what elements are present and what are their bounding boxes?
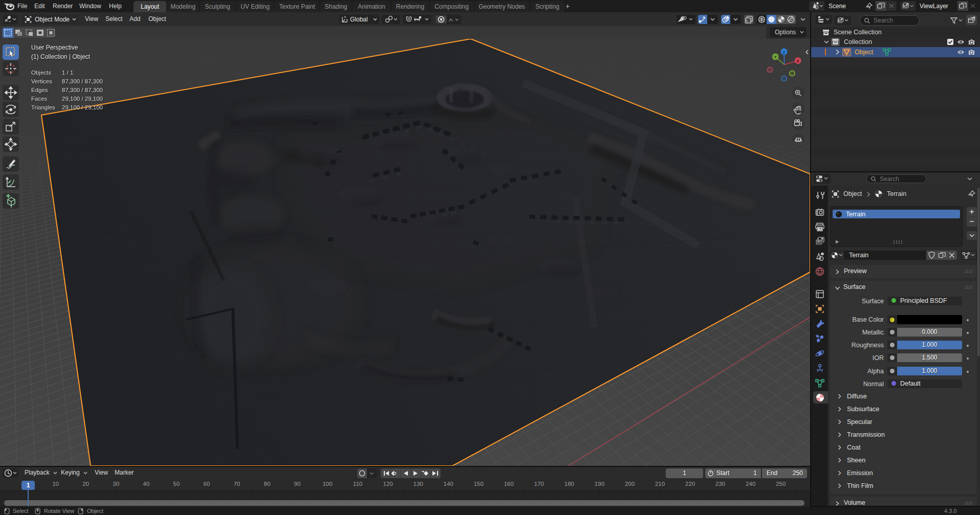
svg-text:X: X bbox=[797, 59, 800, 63]
svg-text:Y: Y bbox=[774, 55, 777, 59]
svg-text:Z: Z bbox=[783, 50, 786, 55]
